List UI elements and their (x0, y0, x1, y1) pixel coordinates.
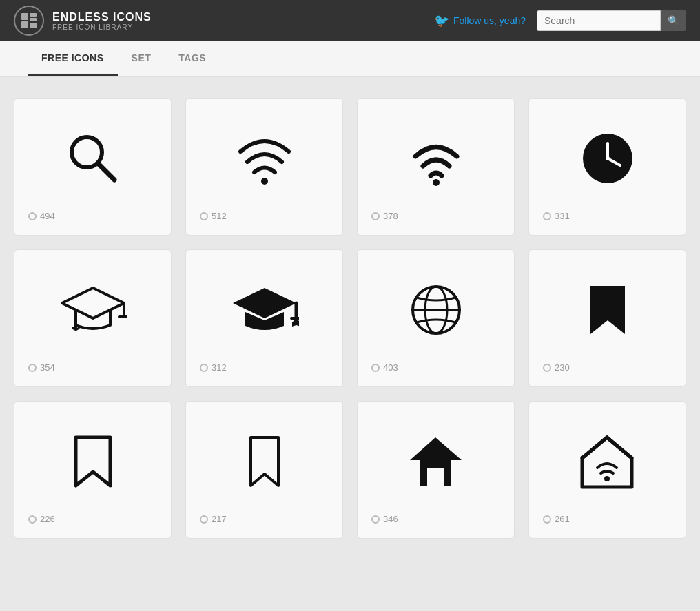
radio-indicator (371, 515, 380, 524)
icon-card-clock[interactable]: 331 (528, 98, 686, 236)
icon-meta-wifi-full: 512 (200, 211, 329, 221)
radio-indicator (371, 364, 380, 372)
header-left: ENDLESS ICONS FREE ICON LIBRARY (14, 6, 152, 36)
icon-count-bookmark-filled: 230 (555, 362, 570, 373)
icon-count-home-smart: 261 (555, 514, 570, 524)
svg-rect-3 (21, 21, 28, 28)
icon-meta-graduation-filled: 312 (200, 362, 329, 373)
icon-count-globe: 403 (383, 362, 398, 373)
icon-display-wifi-full (234, 119, 296, 197)
svg-line-26 (607, 437, 632, 458)
radio-indicator (543, 212, 551, 220)
svg-line-25 (582, 437, 607, 458)
icon-meta-bookmark-filled: 230 (543, 362, 672, 373)
icon-count-wifi-partial: 378 (383, 211, 398, 221)
svg-point-27 (604, 476, 610, 481)
icon-display-bookmark-outline (72, 422, 114, 500)
icon-count-graduation-filled: 312 (212, 362, 227, 373)
svg-point-12 (606, 156, 610, 160)
tab-tags[interactable]: TAGS (165, 41, 220, 76)
icon-meta-bookmark-thin: 217 (200, 514, 329, 524)
icon-meta-home-smart: 261 (543, 514, 672, 524)
icon-display-clock (580, 119, 635, 197)
icon-card-search[interactable]: 494 (14, 98, 172, 236)
icon-display-globe (409, 271, 464, 349)
svg-marker-13 (62, 288, 124, 318)
icon-card-wifi-partial[interactable]: 378 (357, 98, 515, 236)
header-right: 🐦 Follow us, yeah? 🔍 (434, 10, 686, 31)
icon-display-bookmark-filled (587, 271, 628, 349)
svg-marker-17 (233, 288, 296, 318)
tab-set[interactable]: SET (118, 41, 165, 76)
svg-rect-24 (427, 468, 444, 486)
icon-card-graduation-outline[interactable]: 354 (14, 249, 172, 387)
icon-meta-home: 346 (371, 514, 500, 524)
icon-count-search: 494 (40, 211, 55, 221)
radio-indicator (200, 515, 208, 524)
icon-card-graduation-filled[interactable]: 312 (185, 249, 343, 387)
svg-rect-1 (30, 13, 37, 17)
icon-display-bookmark-thin (244, 422, 285, 500)
radio-indicator (200, 212, 208, 220)
brand-name: ENDLESS ICONS (52, 11, 152, 23)
icon-card-globe[interactable]: 403 (357, 249, 515, 387)
search-form: 🔍 (537, 10, 686, 31)
icon-card-bookmark-thin[interactable]: 217 (185, 401, 343, 539)
icon-card-home[interactable]: 346 (357, 401, 515, 539)
svg-point-7 (261, 178, 268, 185)
radio-indicator (28, 212, 37, 220)
svg-line-6 (98, 163, 114, 180)
svg-rect-2 (30, 18, 37, 21)
icon-card-bookmark-filled[interactable]: 230 (528, 249, 686, 387)
icon-count-bookmark-outline: 226 (40, 514, 55, 524)
main-content: 494 512 (0, 77, 700, 559)
radio-indicator (543, 515, 551, 524)
icon-count-wifi-full: 512 (212, 211, 227, 221)
radio-indicator (28, 515, 37, 524)
radio-indicator (543, 364, 551, 372)
icon-meta-globe: 403 (371, 362, 500, 373)
twitter-follow-text: Follow us, yeah? (453, 15, 526, 26)
icon-grid: 494 512 (14, 98, 686, 539)
radio-indicator (371, 212, 380, 220)
svg-point-8 (433, 179, 440, 186)
twitter-follow-link[interactable]: 🐦 Follow us, yeah? (434, 13, 526, 28)
icon-card-wifi-full[interactable]: 512 (185, 98, 343, 236)
twitter-icon: 🐦 (434, 13, 449, 28)
icon-count-graduation-outline: 354 (40, 362, 55, 373)
site-title: ENDLESS ICONS FREE ICON LIBRARY (52, 11, 152, 31)
icon-display-graduation-outline (59, 271, 127, 349)
svg-rect-0 (21, 13, 28, 20)
radio-indicator (200, 364, 208, 372)
nav-tabs: FREE ICONS SET TAGS (28, 41, 672, 76)
main-nav: FREE ICONS SET TAGS (0, 41, 700, 77)
icon-display-home-smart (578, 422, 637, 500)
icon-display-home (406, 422, 465, 500)
icon-count-home: 346 (383, 514, 398, 524)
brand-subtitle: FREE ICON LIBRARY (52, 23, 152, 31)
radio-indicator (28, 364, 37, 372)
svg-rect-4 (30, 23, 37, 28)
icon-card-bookmark-outline[interactable]: 226 (14, 401, 172, 539)
icon-meta-bookmark-outline: 226 (28, 514, 157, 524)
icon-meta-search: 494 (28, 211, 157, 221)
search-button[interactable]: 🔍 (661, 10, 686, 31)
icon-count-bookmark-thin: 217 (212, 514, 227, 524)
icon-display-search (62, 119, 124, 197)
logo-icon (14, 6, 44, 36)
icon-count-clock: 331 (555, 211, 570, 221)
icon-meta-wifi-partial: 378 (371, 211, 500, 221)
icon-display-graduation-filled (230, 271, 299, 349)
icon-display-wifi-partial (405, 119, 467, 197)
site-header: ENDLESS ICONS FREE ICON LIBRARY 🐦 Follow… (0, 0, 700, 41)
search-input[interactable] (537, 10, 661, 31)
icon-meta-graduation-outline: 354 (28, 362, 157, 373)
icon-card-home-smart[interactable]: 261 (528, 401, 686, 539)
tab-free-icons[interactable]: FREE ICONS (28, 41, 118, 76)
icon-meta-clock: 331 (543, 211, 672, 221)
